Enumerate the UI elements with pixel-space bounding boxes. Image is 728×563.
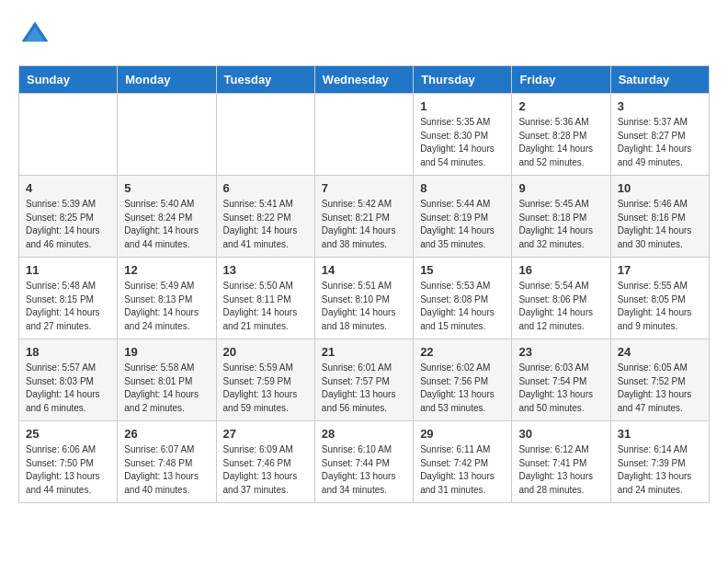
day-number: 26 — [124, 427, 209, 441]
day-info: Sunrise: 6:03 AM Sunset: 7:54 PM Dayligh… — [518, 362, 603, 415]
day-number: 31 — [618, 427, 702, 441]
calendar-cell: 3Sunrise: 5:37 AM Sunset: 8:27 PM Daylig… — [610, 94, 709, 176]
day-info: Sunrise: 5:41 AM Sunset: 8:22 PM Dayligh… — [223, 198, 308, 251]
day-info: Sunrise: 6:01 AM Sunset: 7:57 PM Dayligh… — [322, 362, 406, 415]
day-number: 24 — [618, 345, 702, 359]
day-info: Sunrise: 6:07 AM Sunset: 7:48 PM Dayligh… — [124, 443, 209, 497]
day-info: Sunrise: 5:39 AM Sunset: 8:25 PM Dayligh… — [26, 198, 110, 251]
day-number: 10 — [618, 181, 702, 195]
day-info: Sunrise: 6:14 AM Sunset: 7:39 PM Dayligh… — [618, 443, 702, 497]
day-info: Sunrise: 5:54 AM Sunset: 8:06 PM Dayligh… — [518, 280, 603, 333]
calendar-cell: 15Sunrise: 5:53 AM Sunset: 8:08 PM Dayli… — [414, 258, 512, 339]
calendar-cell: 6Sunrise: 5:41 AM Sunset: 8:22 PM Daylig… — [216, 176, 314, 258]
day-info: Sunrise: 5:44 AM Sunset: 8:19 PM Dayligh… — [420, 198, 505, 251]
day-number: 20 — [223, 345, 308, 359]
day-number: 1 — [420, 99, 505, 113]
day-info: Sunrise: 5:36 AM Sunset: 8:28 PM Dayligh… — [518, 116, 603, 169]
day-info: Sunrise: 5:42 AM Sunset: 8:21 PM Dayligh… — [322, 198, 406, 251]
day-info: Sunrise: 5:55 AM Sunset: 8:05 PM Dayligh… — [618, 280, 702, 333]
calendar-week-3: 11Sunrise: 5:48 AM Sunset: 8:15 PM Dayli… — [19, 258, 710, 339]
day-number: 28 — [322, 427, 406, 441]
day-info: Sunrise: 6:05 AM Sunset: 7:52 PM Dayligh… — [618, 362, 702, 415]
day-number: 23 — [518, 345, 603, 359]
day-number: 6 — [223, 181, 308, 195]
calendar-cell: 1Sunrise: 5:35 AM Sunset: 8:30 PM Daylig… — [414, 94, 512, 176]
day-info: Sunrise: 6:12 AM Sunset: 7:41 PM Dayligh… — [518, 443, 603, 497]
calendar-cell: 31Sunrise: 6:14 AM Sunset: 7:39 PM Dayli… — [610, 421, 709, 503]
calendar-cell: 23Sunrise: 6:03 AM Sunset: 7:54 PM Dayli… — [512, 339, 610, 421]
day-number: 19 — [124, 345, 209, 359]
calendar-cell: 30Sunrise: 6:12 AM Sunset: 7:41 PM Dayli… — [512, 421, 610, 503]
day-info: Sunrise: 5:45 AM Sunset: 8:18 PM Dayligh… — [518, 198, 603, 251]
calendar-week-1: 1Sunrise: 5:35 AM Sunset: 8:30 PM Daylig… — [19, 94, 710, 176]
header-wednesday: Wednesday — [314, 66, 413, 94]
logo — [18, 18, 57, 52]
calendar-cell: 28Sunrise: 6:10 AM Sunset: 7:44 PM Dayli… — [314, 421, 413, 503]
day-info: Sunrise: 5:59 AM Sunset: 7:59 PM Dayligh… — [223, 362, 308, 415]
calendar-cell — [216, 94, 314, 176]
calendar-cell: 24Sunrise: 6:05 AM Sunset: 7:52 PM Dayli… — [610, 339, 709, 421]
day-info: Sunrise: 6:06 AM Sunset: 7:50 PM Dayligh… — [26, 443, 110, 497]
header-saturday: Saturday — [610, 66, 709, 94]
calendar-cell: 7Sunrise: 5:42 AM Sunset: 8:21 PM Daylig… — [314, 176, 413, 258]
day-number: 17 — [618, 263, 702, 277]
day-info: Sunrise: 5:46 AM Sunset: 8:16 PM Dayligh… — [618, 198, 702, 251]
day-number: 7 — [322, 181, 406, 195]
calendar-cell: 22Sunrise: 6:02 AM Sunset: 7:56 PM Dayli… — [414, 339, 512, 421]
calendar-cell: 17Sunrise: 5:55 AM Sunset: 8:05 PM Dayli… — [610, 258, 709, 339]
calendar-cell: 21Sunrise: 6:01 AM Sunset: 7:57 PM Dayli… — [314, 339, 413, 421]
day-info: Sunrise: 5:58 AM Sunset: 8:01 PM Dayligh… — [124, 362, 209, 415]
calendar-cell: 4Sunrise: 5:39 AM Sunset: 8:25 PM Daylig… — [19, 176, 118, 258]
day-info: Sunrise: 5:37 AM Sunset: 8:27 PM Dayligh… — [618, 116, 702, 169]
day-info: Sunrise: 5:53 AM Sunset: 8:08 PM Dayligh… — [420, 280, 505, 333]
day-info: Sunrise: 5:51 AM Sunset: 8:10 PM Dayligh… — [322, 280, 406, 333]
logo-icon — [18, 18, 51, 52]
day-info: Sunrise: 5:40 AM Sunset: 8:24 PM Dayligh… — [124, 198, 209, 251]
calendar-cell — [314, 94, 413, 176]
day-info: Sunrise: 6:09 AM Sunset: 7:46 PM Dayligh… — [223, 443, 308, 497]
calendar-cell: 14Sunrise: 5:51 AM Sunset: 8:10 PM Dayli… — [314, 258, 413, 339]
day-info: Sunrise: 6:10 AM Sunset: 7:44 PM Dayligh… — [322, 443, 406, 497]
calendar-cell: 20Sunrise: 5:59 AM Sunset: 7:59 PM Dayli… — [216, 339, 314, 421]
day-number: 18 — [26, 345, 110, 359]
day-number: 13 — [223, 263, 308, 277]
day-info: Sunrise: 6:02 AM Sunset: 7:56 PM Dayligh… — [420, 362, 505, 415]
day-info: Sunrise: 5:48 AM Sunset: 8:15 PM Dayligh… — [26, 280, 110, 333]
calendar-cell: 9Sunrise: 5:45 AM Sunset: 8:18 PM Daylig… — [512, 176, 610, 258]
day-number: 15 — [420, 263, 505, 277]
day-info: Sunrise: 5:57 AM Sunset: 8:03 PM Dayligh… — [26, 362, 110, 415]
calendar-week-2: 4Sunrise: 5:39 AM Sunset: 8:25 PM Daylig… — [19, 176, 710, 258]
day-number: 5 — [124, 181, 209, 195]
calendar-table: SundayMondayTuesdayWednesdayThursdayFrid… — [18, 65, 710, 503]
calendar-cell: 26Sunrise: 6:07 AM Sunset: 7:48 PM Dayli… — [118, 421, 216, 503]
day-number: 4 — [26, 181, 110, 195]
header-monday: Monday — [118, 66, 216, 94]
page-header — [18, 18, 710, 52]
calendar-cell: 2Sunrise: 5:36 AM Sunset: 8:28 PM Daylig… — [512, 94, 610, 176]
day-number: 14 — [322, 263, 406, 277]
calendar-cell: 18Sunrise: 5:57 AM Sunset: 8:03 PM Dayli… — [19, 339, 118, 421]
calendar-cell: 25Sunrise: 6:06 AM Sunset: 7:50 PM Dayli… — [19, 421, 118, 503]
header-friday: Friday — [512, 66, 610, 94]
day-number: 30 — [518, 427, 603, 441]
calendar-cell: 19Sunrise: 5:58 AM Sunset: 8:01 PM Dayli… — [118, 339, 216, 421]
calendar-cell: 5Sunrise: 5:40 AM Sunset: 8:24 PM Daylig… — [118, 176, 216, 258]
header-sunday: Sunday — [19, 66, 118, 94]
calendar-cell: 29Sunrise: 6:11 AM Sunset: 7:42 PM Dayli… — [414, 421, 512, 503]
day-info: Sunrise: 5:50 AM Sunset: 8:11 PM Dayligh… — [223, 280, 308, 333]
day-number: 8 — [420, 181, 505, 195]
day-number: 25 — [26, 427, 110, 441]
calendar-cell: 13Sunrise: 5:50 AM Sunset: 8:11 PM Dayli… — [216, 258, 314, 339]
day-number: 3 — [618, 99, 702, 113]
calendar-cell — [19, 94, 118, 176]
calendar-cell: 8Sunrise: 5:44 AM Sunset: 8:19 PM Daylig… — [414, 176, 512, 258]
calendar-week-4: 18Sunrise: 5:57 AM Sunset: 8:03 PM Dayli… — [19, 339, 710, 421]
day-info: Sunrise: 6:11 AM Sunset: 7:42 PM Dayligh… — [420, 443, 505, 497]
day-number: 9 — [518, 181, 603, 195]
header-tuesday: Tuesday — [216, 66, 314, 94]
day-info: Sunrise: 5:35 AM Sunset: 8:30 PM Dayligh… — [420, 116, 505, 169]
day-info: Sunrise: 5:49 AM Sunset: 8:13 PM Dayligh… — [124, 280, 209, 333]
calendar-cell: 12Sunrise: 5:49 AM Sunset: 8:13 PM Dayli… — [118, 258, 216, 339]
day-number: 11 — [26, 263, 110, 277]
calendar-cell: 16Sunrise: 5:54 AM Sunset: 8:06 PM Dayli… — [512, 258, 610, 339]
